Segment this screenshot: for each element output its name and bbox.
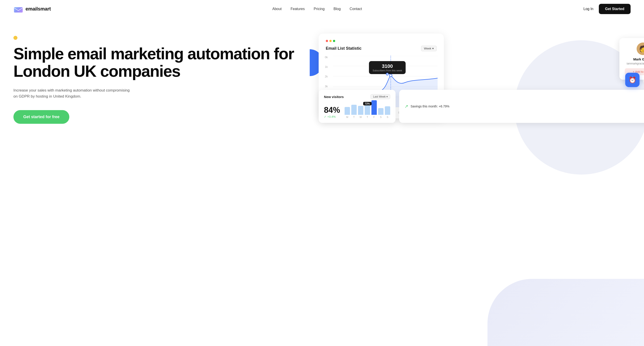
- svg-point-10: [389, 74, 392, 77]
- bar-sunday: [385, 106, 390, 115]
- bar-monday: [344, 107, 350, 115]
- hero-left: Simple email marketing automation for Lo…: [14, 27, 310, 124]
- visitors-card: New visitors Last Week ▾ 84% ✓ +0.4%: [319, 90, 396, 123]
- trend-up-icon: ↗: [404, 104, 408, 109]
- hero-title: Simple email marketing automation for Lo…: [14, 45, 310, 80]
- avatar: 🧑: [636, 43, 644, 55]
- svg-rect-2: [14, 7, 22, 13]
- bar-col-t1: T: [351, 105, 357, 118]
- card-window-dots: [326, 40, 437, 42]
- bar-col-s1: S: [378, 108, 384, 118]
- bar-col-w: W: [358, 106, 363, 118]
- visitors-percent: 84%: [324, 106, 340, 114]
- get-started-nav-button[interactable]: Get Started: [599, 4, 630, 14]
- bottom-cards: New visitors Last Week ▾ 84% ✓ +0.4%: [319, 90, 644, 123]
- bar-col-t2: T: [365, 104, 370, 118]
- hero-right: Email List Statistic Week ▾ 5k 4k 3k 2k …: [310, 27, 630, 118]
- savings-card: ↗ Savings this month: +6.79%: [399, 90, 644, 123]
- bar-col-f: F: [372, 100, 377, 118]
- bar-friday: [372, 100, 377, 115]
- profile-name: Mark Gracia: [625, 57, 644, 61]
- nav-contact[interactable]: Contact: [350, 7, 362, 11]
- bar-saturday: [378, 108, 384, 115]
- clock-widget[interactable]: ⏰: [625, 73, 640, 87]
- nav-links: About Features Pricing Blog Contact: [272, 7, 362, 11]
- hero-section: Simple email marketing automation for Lo…: [0, 18, 644, 346]
- chevron-down-icon-visitors: ▾: [386, 95, 388, 98]
- bar-col-m: M: [344, 107, 350, 118]
- chart-card-header: Email List Statistic Week ▾: [326, 46, 437, 51]
- nav-features[interactable]: Features: [291, 7, 305, 11]
- navbar: emailsmart About Features Pricing Blog C…: [0, 0, 644, 18]
- clock-icon: ⏰: [628, 76, 636, 84]
- last-week-badge[interactable]: Last Week ▾: [370, 94, 390, 99]
- dot-red: [326, 40, 328, 42]
- nav-actions: Log In Get Started: [584, 4, 630, 14]
- bar-col-s2: S: [385, 106, 390, 118]
- logo-icon: [14, 5, 23, 13]
- tooltip-dot: [386, 73, 389, 75]
- visitors-big: 84% ✓ +0.4%: [324, 106, 340, 118]
- get-started-hero-button[interactable]: Get started for free: [14, 110, 69, 124]
- visitors-card-header: New visitors Last Week ▾: [324, 94, 390, 99]
- bar-highlight-label: 72%: [363, 102, 372, 105]
- logo-link[interactable]: emailsmart: [14, 5, 51, 13]
- hero-subtitle: Increase your sales with marketing autom…: [14, 87, 130, 99]
- check-icon: ✓: [324, 115, 326, 118]
- savings-label: Savings this month: +6.79%: [410, 105, 450, 108]
- bar-tuesday: [351, 105, 357, 115]
- bar-wednesday: [358, 106, 363, 115]
- tooltip-number: 3100: [372, 63, 402, 69]
- week-badge[interactable]: Week ▾: [421, 46, 437, 51]
- visitors-title: New visitors: [324, 95, 344, 99]
- logo-text: emailsmart: [26, 6, 51, 12]
- chart-title: Email List Statistic: [326, 46, 362, 51]
- tooltip-label: Subscribers from this week: [372, 69, 402, 72]
- visitors-change: ✓ +0.4%: [324, 115, 340, 118]
- visitors-content: 84% ✓ +0.4% 72% M: [324, 103, 390, 118]
- bar-chart: 72% M T W: [344, 103, 390, 118]
- nav-pricing[interactable]: Pricing: [314, 7, 325, 11]
- yellow-dot-decoration: [14, 36, 18, 40]
- nav-blog[interactable]: Blog: [334, 7, 341, 11]
- chevron-down-icon: ▾: [432, 47, 434, 50]
- dot-green: [333, 40, 335, 42]
- dot-yellow: [330, 40, 332, 42]
- nav-about[interactable]: About: [272, 7, 282, 11]
- login-button[interactable]: Log In: [584, 7, 593, 11]
- profile-email: iammarkgracia@gmail.com: [625, 62, 644, 65]
- chart-tooltip: 3100 Subscribers from this week: [369, 61, 406, 74]
